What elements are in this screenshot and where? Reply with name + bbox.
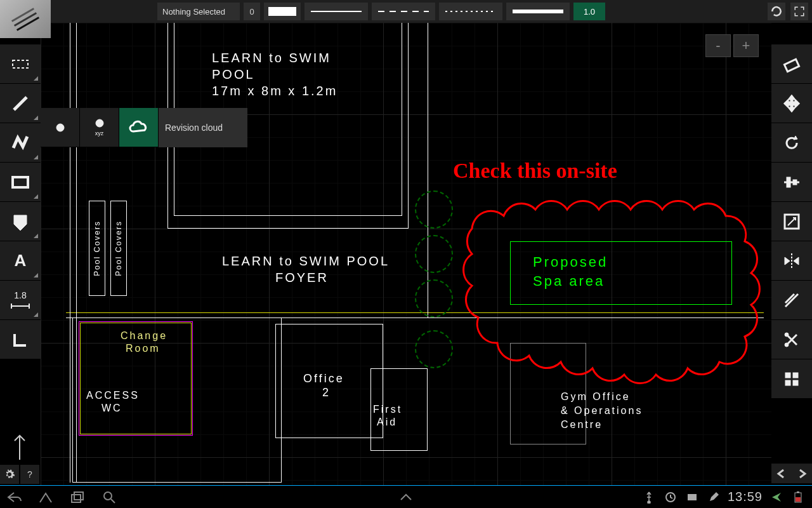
search-icon[interactable] — [102, 490, 117, 505]
room-label: Room — [126, 343, 160, 354]
zoom-out-button[interactable]: - — [705, 34, 731, 57]
svg-point-14 — [785, 333, 789, 337]
recents-icon[interactable] — [70, 490, 85, 505]
dimension-tool[interactable]: 1.8 — [0, 281, 41, 320]
wall-left2 — [76, 0, 77, 483]
pool-dims: 17m x 8m x 1.2m — [212, 84, 337, 98]
gym-label3: Centre — [561, 419, 603, 431]
revision-cloud — [447, 178, 770, 406]
step-back-icon[interactable] — [771, 464, 792, 484]
select-tool[interactable] — [0, 44, 41, 84]
rotate-tool[interactable] — [771, 123, 812, 163]
fullscreen-icon[interactable] — [790, 3, 808, 20]
lineweight-preview[interactable] — [506, 3, 570, 20]
zoom-in-button[interactable]: + — [733, 34, 759, 57]
lineweight-value[interactable]: 1.0 — [573, 3, 605, 20]
svg-line-23 — [111, 499, 115, 503]
tool-popup-label: Revision cloud — [159, 108, 247, 147]
move-tool[interactable] — [771, 84, 812, 123]
right-toolbar — [771, 44, 812, 399]
linestyle-dot[interactable] — [439, 3, 502, 20]
top-toolbar: Nothing Selected 0 1.0 — [0, 0, 812, 23]
svg-rect-17 — [793, 373, 798, 378]
zoom-controls: - + — [705, 34, 759, 57]
usb-icon — [641, 490, 657, 505]
point-xyz-tool[interactable]: xyz — [80, 108, 119, 147]
selection-status[interactable]: Nothing Selected — [157, 3, 240, 20]
svg-rect-2 — [13, 177, 28, 187]
tool-popup: xyz Revision cloud — [41, 108, 247, 147]
svg-point-15 — [785, 343, 789, 347]
app-thumbnail[interactable] — [0, 0, 51, 38]
svg-point-6 — [56, 124, 64, 131]
help-icon[interactable]: ? — [20, 465, 39, 484]
svg-rect-26 — [688, 494, 697, 500]
explode-tool[interactable] — [771, 359, 812, 399]
sync-icon — [663, 490, 678, 505]
selection-count: 0 — [244, 3, 260, 20]
svg-rect-18 — [785, 380, 790, 385]
rectangle-tool[interactable] — [0, 163, 41, 202]
trim-tool[interactable] — [771, 320, 812, 359]
firstaid-label2: Aid — [377, 417, 397, 428]
home-icon[interactable] — [38, 490, 53, 505]
svg-point-22 — [104, 492, 112, 500]
shape-tool[interactable] — [0, 202, 41, 241]
eraser-tool[interactable] — [771, 44, 812, 84]
undo-icon[interactable] — [768, 3, 785, 20]
pool-cover-2: Pool Covers — [110, 201, 127, 296]
scale-tool[interactable] — [771, 202, 812, 241]
bottom-left-controls: ? — [0, 465, 39, 484]
pool-label: LEARN to SWIM — [212, 51, 331, 65]
access-label: ACCESS — [86, 390, 140, 401]
airplane-icon — [769, 490, 784, 505]
align-tool[interactable] — [771, 163, 812, 202]
svg-rect-8 — [784, 59, 799, 71]
svg-rect-16 — [785, 373, 790, 378]
svg-rect-19 — [793, 380, 798, 385]
left-toolbar: A 1.8 — [0, 44, 41, 359]
linestyle-solid[interactable] — [304, 3, 368, 20]
edit-status-icon — [706, 490, 721, 505]
expand-panel-icon[interactable] — [398, 490, 414, 505]
polyline-tool[interactable] — [0, 123, 41, 163]
svg-line-1 — [14, 97, 27, 110]
back-icon[interactable] — [6, 490, 22, 505]
mirror-tool[interactable] — [771, 241, 812, 281]
svg-rect-28 — [796, 497, 801, 502]
office-num: 2 — [322, 386, 331, 399]
pool-cover-1: Pool Covers — [89, 201, 105, 296]
svg-rect-21 — [74, 492, 83, 500]
office-label: Office — [303, 372, 344, 385]
svg-rect-10 — [787, 177, 790, 187]
svg-rect-0 — [13, 60, 28, 68]
settings-icon[interactable] — [0, 465, 19, 484]
offset-tool[interactable] — [771, 281, 812, 320]
firstaid-label: First — [373, 404, 402, 415]
step-forward-icon[interactable] — [792, 464, 812, 484]
battery-icon — [790, 490, 806, 505]
line-tool[interactable] — [0, 84, 41, 123]
drawing-canvas[interactable]: Pool Covers Pool Covers LEARN to SWIM PO… — [41, 0, 771, 485]
annotation-text: Check this on-site — [453, 159, 617, 183]
foyer-label: LEARN to SWIM POOL — [222, 254, 390, 269]
color-swatch[interactable] — [264, 3, 301, 20]
text-tool[interactable]: A — [0, 241, 41, 281]
wc-label: WC — [102, 403, 122, 414]
point-tool[interactable] — [41, 108, 80, 147]
linestyle-dash[interactable] — [372, 3, 435, 20]
svg-rect-11 — [793, 180, 797, 185]
notification-icon — [684, 490, 700, 505]
ortho-tool[interactable] — [0, 320, 41, 359]
pool-label2: POOL — [212, 67, 255, 82]
revision-cloud-tool[interactable] — [119, 108, 159, 147]
foyer-label2: FOYER — [275, 271, 329, 285]
clock: 13:59 — [728, 490, 763, 504]
system-bar: 13:59 — [0, 485, 812, 508]
expand-up-icon[interactable] — [10, 431, 29, 462]
svg-rect-29 — [797, 491, 799, 493]
wall-left — [70, 0, 70, 483]
svg-point-24 — [648, 501, 650, 504]
svg-rect-20 — [72, 495, 81, 502]
svg-point-7 — [96, 119, 103, 127]
